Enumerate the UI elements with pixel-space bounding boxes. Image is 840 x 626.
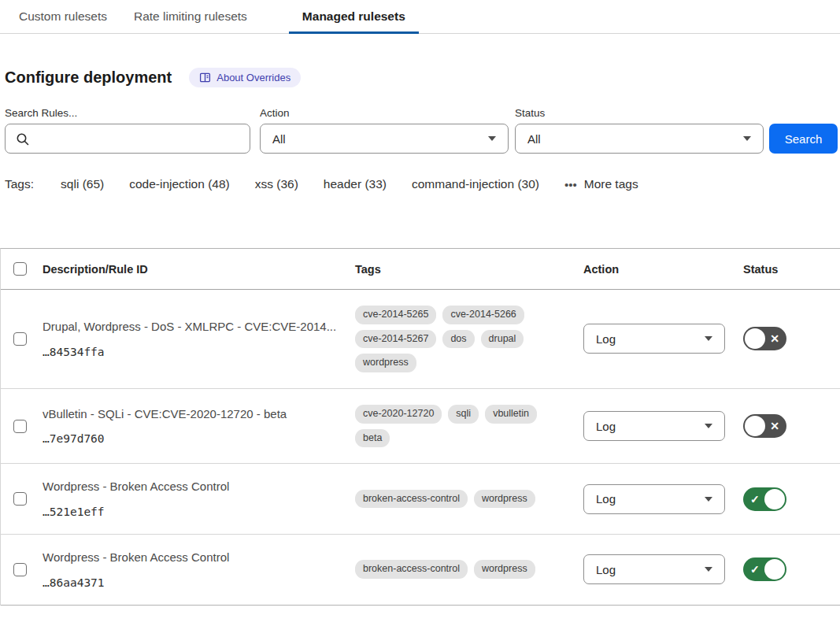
row-checkbox[interactable]: [13, 420, 27, 433]
toggle-knob: [764, 559, 785, 580]
action-select-value: Log: [596, 332, 616, 346]
status-toggle[interactable]: ✓ ✕: [743, 487, 786, 511]
tag-filter-xss[interactable]: xss (36): [255, 177, 298, 191]
rule-id: …84534ffa: [43, 346, 105, 358]
tag-pill: wordpress: [474, 560, 535, 579]
tab-rate-limiting-rulesets[interactable]: Rate limiting rulesets: [120, 0, 261, 33]
table-header: Description/Rule ID Tags Action Status: [1, 249, 840, 290]
about-overrides-link[interactable]: About Overrides: [189, 68, 301, 87]
rule-description: Wordpress - Broken Access Control: [43, 480, 229, 495]
tab-managed-rulesets[interactable]: Managed rulesets: [289, 0, 419, 33]
row-checkbox[interactable]: [13, 563, 27, 576]
table-row: Wordpress - Broken Access Control …86aa4…: [1, 535, 840, 606]
more-tags-button[interactable]: ••• More tags: [564, 177, 638, 191]
tag-pill: cve-2014-5265: [355, 306, 436, 324]
more-tags-label: More tags: [584, 177, 638, 191]
chevron-down-icon: [743, 136, 751, 141]
action-select[interactable]: Log: [583, 324, 725, 354]
x-icon: ✕: [770, 420, 779, 432]
search-input[interactable]: [35, 125, 243, 152]
tag-pill: cve-2014-5267: [355, 330, 436, 349]
toggle-knob: [745, 416, 765, 436]
action-filter-label: Action: [260, 107, 509, 119]
tag-pill: beta: [355, 429, 390, 448]
table-row: Wordpress - Broken Access Control …521e1…: [1, 464, 840, 535]
tag-filter-bar: Tags: sqli (65) code-injection (48) xss …: [5, 177, 840, 191]
action-select-value: Log: [596, 563, 616, 576]
ellipsis-icon: •••: [564, 179, 577, 191]
action-select[interactable]: Log: [583, 554, 725, 584]
check-icon: ✓: [750, 494, 760, 505]
action-select-value: Log: [596, 420, 616, 433]
action-select[interactable]: Log: [583, 484, 725, 514]
tag-pill: sqli: [448, 405, 479, 424]
chevron-down-icon: [705, 336, 712, 341]
tag-filter-sqli[interactable]: sqli (65): [61, 177, 104, 191]
rule-id: …7e97d760: [43, 432, 105, 445]
rule-description: Drupal, Wordpress - DoS - XMLRPC - CVE:C…: [43, 320, 336, 335]
action-select[interactable]: Log: [583, 411, 725, 441]
tag-pill: dos: [442, 330, 474, 349]
rules-table: Description/Rule ID Tags Action Status D…: [0, 248, 840, 606]
title-row: Configure deployment About Overrides: [5, 68, 840, 87]
tag-filter-header[interactable]: header (33): [324, 177, 387, 191]
column-header-description: Description/Rule ID: [43, 249, 355, 289]
select-all-checkbox[interactable]: [13, 262, 27, 276]
check-icon: ✓: [750, 564, 760, 575]
about-overrides-label: About Overrides: [216, 72, 290, 83]
tag-list: broken-access-controlwordpress: [355, 560, 535, 579]
chevron-down-icon: [705, 424, 712, 428]
tag-pill: cve-2014-5266: [442, 306, 524, 324]
tab-custom-rulesets[interactable]: Custom rulesets: [6, 0, 120, 33]
tag-pill: broken-access-control: [355, 490, 468, 509]
toggle-knob: [745, 328, 765, 349]
search-input-wrap: [5, 124, 250, 154]
status-filter-label: Status: [515, 107, 764, 119]
tag-pill: cve-2020-12720: [355, 405, 442, 424]
column-header-tags: Tags: [355, 249, 583, 289]
tag-pill: broken-access-control: [355, 560, 468, 579]
table-row: vBulletin - SQLi - CVE:CVE-2020-12720 - …: [1, 389, 840, 464]
chevron-down-icon: [488, 136, 496, 141]
chevron-down-icon: [705, 567, 712, 572]
action-select-value: Log: [596, 492, 616, 506]
row-checkbox[interactable]: [13, 492, 27, 506]
chevron-down-icon: [705, 497, 712, 502]
tag-filter-command-injection[interactable]: command-injection (30): [412, 177, 539, 191]
x-icon: ✕: [770, 333, 779, 344]
book-icon: [199, 72, 211, 83]
status-toggle[interactable]: ✓ ✕: [743, 327, 786, 350]
status-toggle[interactable]: ✓ ✕: [743, 414, 786, 438]
table-row: Drupal, Wordpress - DoS - XMLRPC - CVE:C…: [1, 290, 840, 389]
rule-description: Wordpress - Broken Access Control: [43, 550, 229, 565]
rule-id: …521e1eff: [43, 506, 105, 518]
tab-bar: Custom rulesets Rate limiting rulesets M…: [0, 0, 840, 34]
search-rules-label: Search Rules...: [5, 107, 250, 119]
status-toggle[interactable]: ✓ ✕: [743, 557, 786, 581]
tag-pill: vbulletin: [485, 405, 537, 424]
tag-list: cve-2014-5265cve-2014-5266cve-2014-5267d…: [355, 306, 560, 372]
tag-list: broken-access-controlwordpress: [355, 490, 535, 509]
tag-filter-code-injection[interactable]: code-injection (48): [129, 177, 230, 191]
status-filter-value: All: [527, 132, 541, 146]
tag-list: cve-2020-12720sqlivbulletinbeta: [355, 405, 560, 447]
rule-description: vBulletin - SQLi - CVE:CVE-2020-12720 - …: [43, 407, 287, 422]
page-title: Configure deployment: [5, 69, 172, 87]
rule-id: …86aa4371: [43, 576, 105, 589]
tag-pill: drupal: [481, 330, 524, 349]
action-filter-value: All: [272, 132, 286, 146]
column-header-action: Action: [583, 249, 743, 289]
row-checkbox[interactable]: [13, 332, 27, 346]
tag-pill: wordpress: [355, 354, 416, 372]
tag-pill: wordpress: [474, 490, 535, 509]
tags-label: Tags:: [5, 177, 34, 191]
filter-bar: Search Rules... Action All Status: [5, 107, 840, 154]
action-filter-select[interactable]: All: [260, 124, 509, 154]
column-header-status: Status: [743, 249, 840, 289]
toggle-knob: [764, 489, 785, 509]
table-body: Drupal, Wordpress - DoS - XMLRPC - CVE:C…: [1, 290, 840, 606]
search-button[interactable]: Search: [769, 124, 838, 154]
status-filter-select[interactable]: All: [515, 124, 764, 154]
